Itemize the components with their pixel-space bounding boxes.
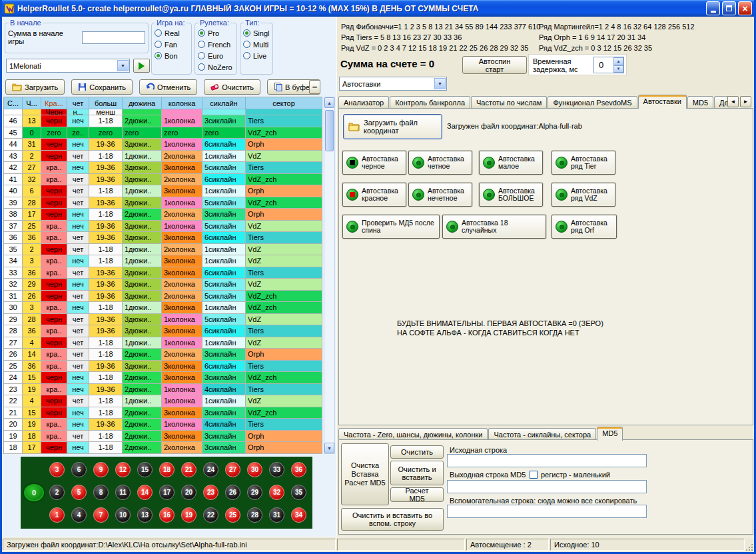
board-number-11[interactable]: 11 [115, 485, 131, 500]
bet-button-5[interactable]: Автоставка красное [342, 183, 406, 207]
source-string-input[interactable] [447, 454, 647, 467]
bet-button-2[interactable]: Автоставка четное [408, 151, 472, 175]
start-sum-input[interactable] [82, 31, 145, 44]
radio-multi[interactable]: Multi [243, 39, 270, 50]
board-number-0[interactable]: 0 [24, 484, 44, 501]
bet-button-9[interactable]: Проверить МД5 после спина [342, 215, 440, 239]
table-row[interactable]: 3817черннеч1-182дюжи..2колонка3сиклайнOr… [4, 209, 322, 221]
board-number-17[interactable]: 17 [159, 485, 175, 500]
table-row[interactable]: 1817черннеч1-182дюжи..2колонка3сиклайнOr… [4, 442, 322, 454]
load-button[interactable]: Загрузить [5, 79, 65, 95]
board-number-15[interactable]: 15 [137, 462, 153, 477]
radio-live[interactable]: Live [243, 50, 270, 61]
board-number-21[interactable]: 21 [181, 462, 196, 477]
spinner-up-icon[interactable]: ▲ [613, 57, 623, 65]
board-number-20[interactable]: 20 [181, 485, 196, 500]
tab-2[interactable]: Контроль банкролла [390, 96, 470, 109]
board-number-33[interactable]: 33 [269, 462, 284, 477]
bet-button-4[interactable]: Автоставка ряд Tier [552, 151, 615, 175]
tab-1[interactable]: Анализатор [338, 96, 389, 109]
board-number-31[interactable]: 31 [269, 507, 284, 523]
column-header[interactable]: сектор [246, 97, 322, 109]
table-row[interactable]: 4431черннеч19-363дюжи..1колонка6сиклайнO… [4, 139, 322, 151]
table-row[interactable]: 3229черннеч19-363дюжи..2колонка5сиклайнV… [4, 279, 322, 291]
board-number-25[interactable]: 25 [225, 507, 240, 523]
clear-paste-calc-md5-button[interactable]: Очистка Вставка Расчет MD5 [341, 443, 389, 505]
chevron-down-icon[interactable]: ▼ [434, 78, 446, 89]
delay-spinner[interactable]: 0 ▲ ▼ [593, 57, 624, 73]
radio-real[interactable]: Real [155, 27, 189, 39]
register-checkbox[interactable] [530, 471, 538, 479]
board-number-7[interactable]: 7 [93, 507, 109, 523]
board-number-35[interactable]: 35 [291, 485, 306, 500]
tabs-scroll-left-icon[interactable]: ◄ [727, 96, 739, 107]
table-row[interactable]: 4227кра..неч19-363дюжи..3колонка5сиклайн… [4, 162, 322, 174]
table-row[interactable]: 1918кра..чет1-182дюжи..3колонка3сиклайнO… [4, 431, 322, 443]
table-row[interactable]: 2836кра..чет19-363дюжи..3колонка6сиклайн… [4, 325, 322, 337]
resize-grip[interactable] [745, 543, 753, 551]
spinner-down-icon[interactable]: ▼ [613, 65, 623, 73]
board-number-28[interactable]: 28 [247, 507, 262, 523]
bet-button-3[interactable]: Автоставка малое [479, 151, 543, 175]
play-button[interactable] [133, 59, 150, 73]
scroll-thumb[interactable] [325, 110, 334, 151]
chevron-down-icon[interactable]: ▼ [117, 60, 129, 71]
board-number-16[interactable]: 16 [159, 507, 175, 523]
board-number-10[interactable]: 10 [115, 507, 131, 523]
table-row[interactable]: 3336кра..чет19-363дюжи..3колонка6сиклайн… [4, 267, 322, 279]
board-number-22[interactable]: 22 [203, 507, 218, 523]
table-row[interactable]: 2319кра..неч19-362дюжи..1колонка4сиклайн… [4, 384, 322, 396]
bottom-tab-3[interactable]: MD5 [597, 427, 623, 441]
save-button[interactable]: Сохранить [71, 79, 133, 95]
autostavki-combobox[interactable]: Автоставки ▼ [339, 77, 447, 91]
radio-singl[interactable]: Singl [243, 27, 270, 39]
radio-euro[interactable]: Euro [198, 50, 234, 61]
table-row[interactable]: 4613черннеч1-182дюжи..1колонка3сиклайнTi… [4, 115, 322, 127]
table-row[interactable]: 450zeroze..zerozerozerozeroVdZ_zch [4, 127, 322, 139]
board-number-6[interactable]: 6 [71, 462, 87, 477]
table-row[interactable]: 352чернчет1-181дюжи..2колонка1сиклайнVdZ [4, 244, 322, 256]
column-header[interactable]: дюжина [123, 97, 162, 109]
close-button[interactable]: × [738, 1, 752, 15]
board-number-5[interactable]: 5 [71, 485, 87, 500]
aux-string-input[interactable] [447, 505, 647, 518]
bet-button-1[interactable]: Автоставка черное [342, 151, 406, 175]
md5-calc-button[interactable]: Расчет MD5 [390, 487, 444, 502]
radio-bon[interactable]: Bon [155, 50, 189, 61]
table-row[interactable]: 2415черннеч1-182дюжи..3колонка3сиклайнVd… [4, 372, 322, 384]
board-number-36[interactable]: 36 [291, 462, 306, 477]
bet-button-10[interactable]: Автоставка 18 случайных [442, 215, 546, 239]
board-number-27[interactable]: 27 [225, 462, 240, 477]
minimize-button[interactable] [706, 1, 720, 15]
board-number-34[interactable]: 34 [291, 507, 306, 523]
tab-3[interactable]: Частоты по числам [471, 96, 547, 109]
column-header[interactable]: чет [67, 97, 89, 109]
table-row[interactable]: 2928чернчет19-363дюжи..1колонка5сиклайнV… [4, 314, 322, 326]
column-header[interactable]: Кра... [41, 97, 67, 109]
table-scrollbar[interactable]: ▲ ▼ [324, 97, 335, 454]
tab-4[interactable]: Функционал PsevdoMS [548, 96, 637, 109]
bet-button-11[interactable]: Автоставка ряд Orf [552, 215, 617, 239]
clear-button[interactable]: Очистить [204, 79, 260, 95]
board-number-24[interactable]: 24 [203, 462, 218, 477]
tab-6[interactable]: MD5 [687, 96, 713, 109]
bet-button-6[interactable]: Автоставка нечетное [408, 183, 472, 207]
table-row[interactable]: 432чернчет1-181дюжи..2колонка1сиклайнVdZ [4, 151, 322, 163]
board-number-29[interactable]: 29 [247, 485, 262, 500]
column-header[interactable]: С... [4, 97, 23, 109]
board-number-12[interactable]: 12 [115, 462, 131, 477]
bet-button-8[interactable]: Автоставка ряд VdZ [552, 183, 615, 207]
radio-nozero[interactable]: NoZero [198, 61, 234, 73]
board-number-26[interactable]: 26 [225, 485, 240, 500]
table-row[interactable]: 4132кра..чет19-363дюжи..2колонка6сиклайн… [4, 174, 322, 186]
table-row[interactable]: 3928чернчет19-363дюжи..1колонка5сиклайнV… [4, 197, 322, 209]
board-number-2[interactable]: 2 [49, 485, 65, 500]
column-header[interactable]: больш [89, 97, 123, 109]
board-number-13[interactable]: 13 [137, 507, 153, 523]
table-row[interactable]: 2019кра..неч19-362дюжи..1колонка4сиклайн… [4, 419, 322, 431]
board-number-18[interactable]: 18 [159, 462, 175, 477]
radio-pro[interactable]: Pro [198, 27, 234, 39]
md5-clear-paste-button[interactable]: Очистить и вставить [390, 461, 444, 485]
table-row[interactable]: 3126чернчет19-363дюжи..2колонка5сиклайнV… [4, 291, 322, 303]
md5-clear-button[interactable]: Очистить [390, 445, 444, 459]
